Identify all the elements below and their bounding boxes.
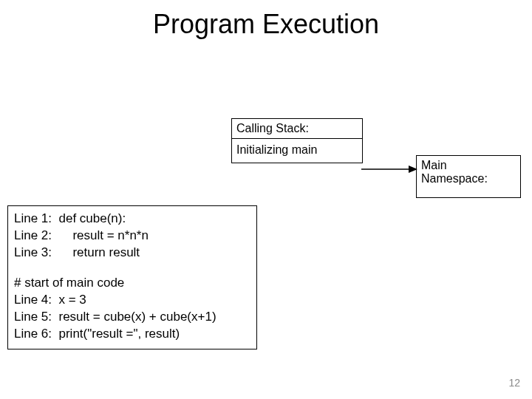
code-comment: # start of main code [14, 275, 250, 292]
page-number: 12 [508, 377, 520, 389]
code-line-5: Line 5: result = cube(x) + cube(x+1) [14, 309, 250, 326]
main-namespace-header: Main Namespace: [421, 159, 516, 185]
calling-stack-state: Initializing main [232, 139, 362, 163]
main-namespace-box: Main Namespace: [416, 155, 521, 198]
page-title: Program Execution [0, 0, 532, 40]
code-line-2: Line 2: result = n*n*n [14, 228, 250, 245]
blank-line [14, 262, 250, 275]
code-line-4: Line 4: x = 3 [14, 292, 250, 309]
code-listing: Line 1: def cube(n): Line 2: result = n*… [7, 205, 257, 349]
calling-stack-header: Calling Stack: [232, 119, 362, 139]
calling-stack-box: Calling Stack: Initializing main [231, 118, 363, 163]
code-line-6: Line 6: print("result =", result) [14, 326, 250, 343]
arrow-icon [361, 164, 417, 174]
code-line-1: Line 1: def cube(n): [14, 211, 250, 228]
code-line-3: Line 3: return result [14, 245, 250, 262]
